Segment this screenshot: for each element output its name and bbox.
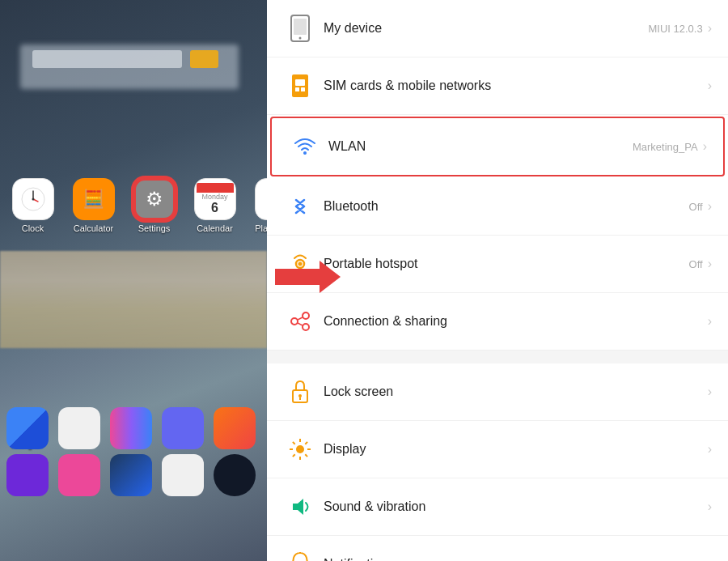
bluetooth-chevron: › bbox=[708, 199, 712, 214]
display-title: Display bbox=[324, 442, 708, 457]
flowers-background bbox=[0, 251, 267, 348]
calendar-icon: Monday 6 bbox=[194, 178, 236, 220]
display-content: Display bbox=[317, 442, 708, 457]
settings-item-bluetooth[interactable]: Bluetooth Off › bbox=[267, 178, 728, 236]
grid-app-7[interactable] bbox=[58, 454, 100, 496]
settings-item-lock-screen[interactable]: Lock screen › bbox=[267, 363, 728, 421]
svg-rect-12 bbox=[301, 87, 305, 91]
settings-item-notifications[interactable]: Notifications › bbox=[267, 536, 728, 561]
svg-point-16 bbox=[291, 318, 298, 325]
settings-app[interactable]: ⚙ Settings bbox=[128, 178, 180, 233]
my-device-icon bbox=[283, 11, 317, 45]
settings-item-wlan[interactable]: WLAN Marketing_PA › bbox=[270, 117, 725, 176]
grid-app-2[interactable] bbox=[58, 407, 100, 449]
svg-line-32 bbox=[293, 454, 295, 457]
homescreen-panel: Clock 🧮 Calculator ⚙ Settings Monday 6 C… bbox=[0, 0, 267, 561]
svg-rect-4 bbox=[275, 269, 320, 285]
grid-app-6[interactable] bbox=[6, 454, 49, 496]
playstore-app[interactable]: ▶ Play Store bbox=[249, 178, 267, 233]
notifications-title: Notifications bbox=[324, 557, 708, 561]
bluetooth-icon bbox=[283, 189, 317, 223]
playstore-icon: ▶ bbox=[255, 178, 268, 220]
svg-point-13 bbox=[303, 151, 307, 155]
calendar-app[interactable]: Monday 6 Calendar bbox=[188, 178, 241, 233]
playstore-label: Play Store bbox=[255, 223, 267, 233]
svg-rect-10 bbox=[295, 79, 305, 86]
grid-app-9[interactable] bbox=[162, 454, 204, 496]
settings-icon: ⚙ bbox=[133, 178, 176, 220]
settings-label: Settings bbox=[138, 223, 171, 233]
hotspot-title: Portable hotspot bbox=[324, 257, 689, 271]
app-grid bbox=[6, 407, 260, 496]
notifications-icon bbox=[283, 547, 317, 561]
sim-chevron: › bbox=[708, 79, 712, 93]
sim-icon bbox=[283, 69, 317, 103]
wlan-value: Marketing_PA bbox=[633, 141, 698, 153]
svg-line-31 bbox=[305, 442, 307, 444]
calculator-label: Calculator bbox=[74, 223, 114, 233]
my-device-value: MIUI 12.0.3 bbox=[648, 23, 702, 35]
notifications-chevron: › bbox=[708, 557, 712, 561]
lock-screen-content: Lock screen bbox=[317, 385, 708, 399]
settings-item-my-device[interactable]: My device MIUI 12.0.3 › bbox=[267, 0, 728, 57]
svg-line-30 bbox=[305, 454, 307, 457]
hotspot-value: Off bbox=[689, 258, 703, 270]
calculator-app[interactable]: 🧮 Calculator bbox=[67, 178, 120, 233]
svg-rect-7 bbox=[294, 19, 307, 35]
grid-app-5[interactable] bbox=[214, 407, 256, 449]
svg-point-17 bbox=[303, 312, 309, 319]
svg-marker-5 bbox=[320, 261, 341, 293]
clock-app[interactable]: Clock bbox=[6, 178, 59, 233]
sound-title: Sound & vibration bbox=[324, 499, 708, 514]
grid-app-8[interactable] bbox=[110, 454, 152, 496]
wlan-chevron: › bbox=[703, 139, 707, 154]
svg-line-20 bbox=[298, 323, 303, 325]
settings-item-sound[interactable]: Sound & vibration › bbox=[267, 478, 728, 536]
my-device-content: My device bbox=[317, 21, 648, 36]
app-icon-row: Clock 🧮 Calculator ⚙ Settings Monday 6 C… bbox=[6, 178, 267, 233]
connection-content: Connection & sharing bbox=[317, 314, 708, 329]
wlan-title: WLAN bbox=[328, 139, 633, 154]
connection-chevron: › bbox=[708, 314, 712, 329]
search-bar bbox=[32, 50, 182, 68]
sound-icon bbox=[283, 490, 317, 524]
grid-app-1[interactable] bbox=[6, 407, 49, 449]
sim-title: SIM cards & mobile networks bbox=[324, 79, 708, 93]
notifications-content: Notifications bbox=[317, 557, 708, 561]
sound-content: Sound & vibration bbox=[317, 499, 708, 514]
connection-title: Connection & sharing bbox=[324, 314, 708, 329]
svg-line-19 bbox=[298, 317, 303, 320]
hotspot-chevron: › bbox=[708, 257, 712, 271]
grid-app-4[interactable] bbox=[162, 407, 204, 449]
calculator-icon: 🧮 bbox=[73, 178, 115, 220]
my-device-chevron: › bbox=[708, 21, 712, 36]
svg-rect-11 bbox=[295, 87, 299, 91]
lock-screen-title: Lock screen bbox=[324, 385, 708, 399]
lock-screen-chevron: › bbox=[708, 385, 712, 399]
bluetooth-content: Bluetooth bbox=[317, 199, 689, 214]
bluetooth-title: Bluetooth bbox=[324, 199, 689, 214]
clock-icon bbox=[12, 178, 54, 220]
search-icon-area bbox=[190, 50, 218, 68]
lock-screen-icon bbox=[283, 375, 317, 409]
hotspot-content: Portable hotspot bbox=[317, 257, 689, 271]
svg-point-8 bbox=[299, 37, 302, 40]
grid-app-3[interactable] bbox=[110, 407, 152, 449]
my-device-title: My device bbox=[324, 21, 648, 36]
annotation-arrow bbox=[273, 259, 342, 298]
settings-item-connection[interactable]: Connection & sharing › bbox=[267, 293, 728, 351]
svg-point-18 bbox=[303, 324, 309, 330]
svg-line-29 bbox=[293, 442, 295, 444]
connection-icon bbox=[283, 304, 317, 338]
svg-point-3 bbox=[32, 198, 34, 201]
svg-point-24 bbox=[296, 445, 304, 453]
settings-item-sim[interactable]: SIM cards & mobile networks › bbox=[267, 57, 728, 115]
grid-app-10[interactable] bbox=[214, 454, 256, 496]
bluetooth-value: Off bbox=[689, 201, 703, 213]
section-divider-1 bbox=[267, 351, 728, 363]
clock-label: Clock bbox=[22, 223, 44, 233]
settings-item-display[interactable]: Display › bbox=[267, 421, 728, 478]
svg-marker-33 bbox=[293, 499, 303, 515]
wlan-content: WLAN bbox=[322, 139, 633, 154]
sim-content: SIM cards & mobile networks bbox=[317, 79, 708, 93]
